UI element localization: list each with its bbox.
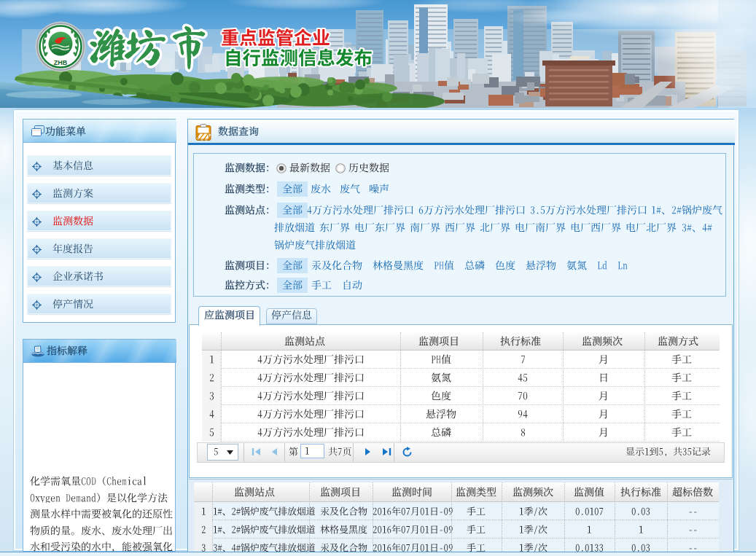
svg-text:ZHB: ZHB <box>54 59 68 66</box>
